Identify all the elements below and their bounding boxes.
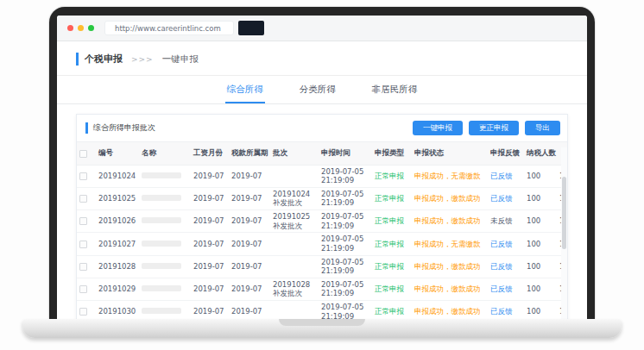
cell-salary_month: 2019-07: [191, 278, 229, 300]
table-header-row: 编号名称工资月份税款所属期批次申报时间申报类型申报状态申报反馈纳税人数: [77, 141, 567, 165]
table-row: 201910252019-072019-0720191024 补发批次2019-…: [77, 187, 567, 209]
column-header: 税款所属期: [229, 141, 270, 165]
window-controls: [67, 25, 94, 31]
url-text: http://www.careerintlinc.com: [115, 24, 221, 33]
table-row: 201910262019-072019-0720191025 补发批次2019-…: [77, 210, 567, 233]
cell-salary_month: 2019-07: [191, 255, 229, 278]
cell-time: 2019-07-05 21:19:09: [319, 301, 372, 320]
browser-extension-icon[interactable]: [238, 21, 264, 35]
redacted-name-placeholder: [142, 241, 181, 247]
cell-name: [139, 233, 191, 255]
table-scroll-area: 编号名称工资月份税款所属期批次申报时间申报类型申报状态申报反馈纳税人数 2019…: [77, 141, 567, 320]
row-checkbox[interactable]: [79, 308, 87, 316]
row-checkbox[interactable]: [79, 172, 87, 180]
cell-name: [139, 255, 191, 278]
cell-batch: [270, 165, 319, 187]
cell-type: 正常申报: [372, 278, 412, 300]
column-header: 编号: [96, 141, 139, 165]
cell-id: 20191030: [96, 301, 139, 320]
batch-table-body: 201910242019-072019-072019-07-05 21:19:0…: [77, 165, 567, 319]
laptop-screen: http://www.careerintlinc.com 个税申报 >>> 一键…: [57, 16, 587, 319]
breadcrumb: 个税申报 >>> 一键申报: [76, 53, 568, 66]
browser-chrome: http://www.careerintlinc.com: [57, 16, 587, 41]
column-header: 申报状态: [412, 141, 488, 165]
cell-tax_period: 2019-07: [229, 165, 270, 187]
column-header: 名称: [139, 141, 191, 165]
cell-time: 2019-07-05 21:19:09: [319, 278, 372, 300]
cell-batch: [270, 233, 319, 255]
column-header: 批次: [270, 141, 319, 165]
panel-actions: 一键申报 更正申报 导出: [413, 121, 560, 135]
cell-taxpayers: 100: [524, 165, 557, 187]
cell-feedback: 未反馈: [488, 210, 524, 233]
cell-name: [139, 210, 191, 233]
cell-type: 正常申报: [372, 301, 412, 320]
vertical-scrollbar[interactable]: [561, 147, 567, 319]
cell-id: 20191028: [96, 255, 139, 278]
tab-comprehensive-income[interactable]: 综合所得: [225, 76, 265, 103]
cell-taxpayers: 100: [524, 301, 557, 320]
redacted-name-placeholder: [142, 285, 181, 291]
maximize-button[interactable]: [88, 25, 94, 31]
cell-type: 正常申报: [372, 210, 412, 233]
minimize-button[interactable]: [78, 25, 84, 31]
cell-time: 2019-07-05 21:19:09: [319, 165, 372, 187]
cell-taxpayers: 100: [524, 278, 557, 300]
batch-panel: 综合所得申报批次 一键申报 更正申报 导出 编号名称工资月: [76, 114, 568, 319]
cell-salary_month: 2019-07: [191, 210, 229, 233]
cell-batch: [270, 255, 319, 278]
select-all-checkbox[interactable]: [79, 150, 87, 158]
cell-tax_period: 2019-07: [229, 255, 270, 278]
page: 个税申报 >>> 一键申报 综合所得 分类所得 非居民所得 综合所得申报批次 一…: [57, 41, 587, 319]
redacted-name-placeholder: [142, 217, 181, 223]
tab-nonresident-income[interactable]: 非居民所得: [370, 76, 420, 103]
column-header: 纳税人数: [524, 141, 557, 165]
close-button[interactable]: [67, 25, 73, 31]
cell-batch: [270, 301, 319, 320]
cell-batch: 20191024 补发批次: [270, 187, 319, 209]
table-row: 201910282019-072019-072019-07-05 21:19:0…: [77, 255, 567, 278]
cell-salary_month: 2019-07: [191, 233, 229, 255]
one-click-declare-button[interactable]: 一键申报: [413, 121, 463, 135]
column-header: 申报反馈: [488, 141, 524, 165]
cell-batch: 20191028 补发批次: [270, 278, 319, 300]
cell-name: [139, 165, 191, 187]
cell-time: 2019-07-05 21:19:09: [319, 233, 372, 255]
table-row: 201910242019-072019-072019-07-05 21:19:0…: [77, 165, 567, 187]
cell-tax_period: 2019-07: [229, 233, 270, 255]
cell-type: 正常申报: [372, 187, 412, 209]
cell-taxpayers: 100: [524, 187, 557, 209]
row-checkbox[interactable]: [79, 217, 87, 225]
cell-type: 正常申报: [372, 165, 412, 187]
cell-feedback: 已反馈: [488, 301, 524, 320]
cell-time: 2019-07-05 21:19:09: [319, 210, 372, 233]
cell-time: 2019-07-05 21:19:09: [319, 187, 372, 209]
redacted-name-placeholder: [142, 308, 181, 314]
cell-id: 20191027: [96, 233, 139, 255]
cell-tax_period: 2019-07: [229, 301, 270, 320]
vertical-scrollbar-thumb[interactable]: [562, 177, 566, 249]
cell-name: [139, 187, 191, 209]
column-header: 申报类型: [372, 141, 412, 165]
table-row: 201910272019-072019-072019-07-05 21:19:0…: [77, 233, 567, 255]
cell-feedback: 已反馈: [488, 233, 524, 255]
laptop-base: [22, 319, 622, 338]
cell-status: 申报成功，缴款成功: [412, 187, 488, 209]
laptop-base-notch: [279, 319, 365, 326]
cell-status: 申报成功，缴款成功: [412, 255, 488, 278]
tab-classified-income[interactable]: 分类所得: [298, 76, 338, 103]
row-checkbox[interactable]: [79, 241, 87, 248]
column-header: 申报时间: [319, 141, 372, 165]
address-bar[interactable]: http://www.careerintlinc.com: [104, 21, 234, 35]
laptop-frame: http://www.careerintlinc.com 个税申报 >>> 一键…: [49, 7, 595, 319]
row-checkbox[interactable]: [79, 285, 87, 293]
correct-declare-button[interactable]: 更正申报: [469, 121, 519, 135]
cell-feedback: 已反馈: [488, 278, 524, 300]
cell-status: 申报成功，无需缴款: [412, 233, 488, 255]
row-checkbox[interactable]: [79, 195, 87, 203]
table-row: 201910292019-072019-0720191028 补发批次2019-…: [77, 278, 567, 300]
cell-taxpayers: 100: [524, 255, 557, 278]
export-button[interactable]: 导出: [525, 121, 560, 135]
row-checkbox[interactable]: [79, 263, 87, 271]
cell-type: 正常申报: [372, 233, 412, 255]
